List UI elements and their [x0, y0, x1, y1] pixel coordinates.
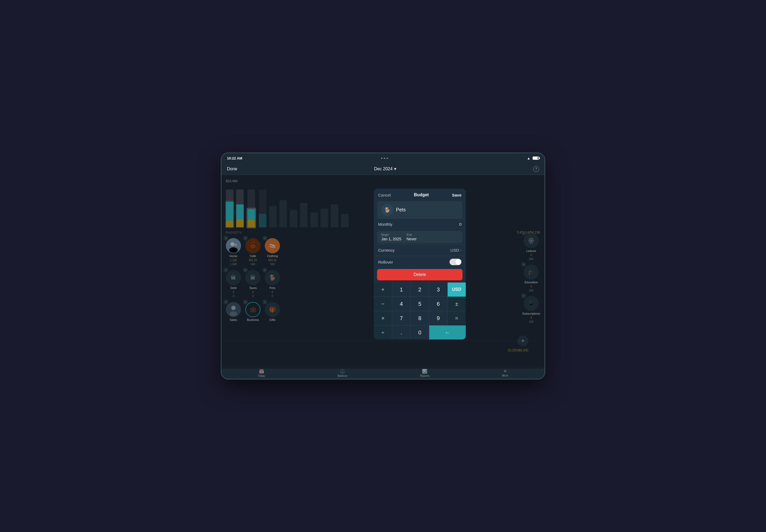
modal-currency-row[interactable]: Currency USD ›	[374, 244, 466, 256]
svg-text:🐕: 🐕	[385, 207, 391, 213]
modal-title: Budget	[414, 192, 429, 197]
calc-7[interactable]: 7	[392, 311, 410, 325]
modal-header: Cancel Budget Save	[374, 189, 466, 201]
calc-usd[interactable]: USD	[448, 282, 466, 297]
balance-icon: ⚖️	[340, 369, 345, 374]
modal-cancel-button[interactable]: Cancel	[378, 193, 391, 197]
reports-icon: 📊	[422, 369, 428, 374]
modal-monthly-row: Monthly 0	[374, 218, 466, 230]
calc-4[interactable]: 4	[392, 297, 410, 311]
battery-fill	[533, 157, 538, 159]
battery-icon	[533, 157, 539, 160]
status-time: 10:22 AM	[227, 156, 242, 160]
calc-0[interactable]: 0	[411, 325, 429, 340]
tab-reports-label: Reports	[420, 374, 430, 377]
tab-balance[interactable]: ⚖️ Balance	[337, 369, 347, 377]
help-icon: ?	[535, 167, 537, 171]
device-frame: 10:22 AM ▲ Done Dec 2024 ▾ ? $10,480	[221, 152, 545, 380]
modal-currency-label: Currency	[378, 248, 395, 252]
modal-category-row[interactable]: 🐕 Pets	[377, 201, 463, 218]
currency-value-text: USD	[450, 248, 459, 252]
toggle-thumb	[455, 259, 461, 265]
status-dots	[381, 158, 388, 159]
status-icons: ▲	[527, 156, 539, 160]
calc-plusminus[interactable]: ±	[448, 297, 466, 311]
tab-today[interactable]: 📅 Today	[258, 369, 265, 377]
modal-begin-label: Begin	[381, 233, 401, 236]
modal-end-group: End Never	[407, 233, 417, 241]
tab-bar: 📅 Today ⚖️ Balance 📊 Reports ≡ More	[221, 367, 545, 379]
modal-save-button[interactable]: Save	[452, 193, 462, 197]
modal-end-label: End	[407, 233, 417, 236]
tab-balance-label: Balance	[337, 374, 347, 377]
calendar-icon: 📅	[259, 369, 264, 374]
modal-begin-value[interactable]: Jan 1, 2025	[381, 237, 401, 241]
calc-grid: +123USD−456±×789=÷.0←	[374, 282, 466, 340]
calc-multiply[interactable]: ×	[374, 311, 392, 325]
month-label: Dec 2024	[374, 167, 393, 171]
calc-8[interactable]: 8	[411, 311, 429, 325]
calc-dot[interactable]: .	[392, 325, 410, 340]
tab-today-label: Today	[258, 374, 265, 377]
modal-category-icon: 🐕	[381, 204, 393, 216]
pets-modal-icon: 🐕	[382, 205, 392, 215]
calc-1[interactable]: 1	[392, 282, 410, 297]
modal-currency-value: USD ›	[450, 248, 462, 252]
modal-begin-group: Begin Jan 1, 2025	[381, 233, 401, 241]
chevron-down-icon: ▾	[394, 166, 396, 171]
chevron-right-icon: ›	[460, 248, 462, 252]
calc-plus[interactable]: +	[374, 282, 392, 297]
wifi-icon: ▲	[527, 156, 531, 160]
modal-end-value[interactable]: Never	[407, 237, 417, 241]
calc-minus[interactable]: −	[374, 297, 392, 311]
calc-5[interactable]: 5	[411, 297, 429, 311]
main-content: $10,480	[221, 175, 545, 368]
dot3	[387, 158, 388, 159]
calculator: +123USD−456±×789=÷.0←	[374, 282, 466, 340]
tab-more[interactable]: ≡ More	[502, 369, 508, 377]
month-selector[interactable]: Dec 2024 ▾	[374, 166, 397, 171]
calc-backspace[interactable]: ←	[429, 325, 466, 340]
calc-6[interactable]: 6	[429, 297, 448, 311]
budget-modal: Cancel Budget Save 🐕 Pets Monthly 0	[374, 189, 466, 340]
modal-frequency-label: Monthly	[378, 222, 393, 227]
tab-reports[interactable]: 📊 Reports	[420, 369, 430, 377]
dot1	[381, 158, 382, 159]
nav-bar: Done Dec 2024 ▾ ?	[221, 163, 545, 175]
done-button[interactable]: Done	[227, 167, 237, 171]
delete-button[interactable]: Delete	[377, 269, 463, 280]
help-button[interactable]: ?	[533, 166, 539, 172]
dot2	[384, 158, 385, 159]
modal-date-row: Begin Jan 1, 2025 End Never	[377, 231, 463, 243]
rollover-toggle[interactable]	[450, 259, 462, 265]
modal-rollover-row: Rollover	[374, 256, 466, 268]
status-bar: 10:22 AM ▲	[221, 153, 545, 163]
modal-frequency-value[interactable]: 0	[459, 222, 462, 227]
more-icon: ≡	[504, 369, 506, 374]
tab-more-label: More	[502, 374, 508, 377]
modal-category-name: Pets	[396, 207, 406, 213]
calc-divide[interactable]: ÷	[374, 325, 392, 340]
calc-9[interactable]: 9	[429, 311, 448, 325]
calc-2[interactable]: 2	[411, 282, 429, 297]
calc-3[interactable]: 3	[429, 282, 448, 297]
calc-equals[interactable]: =	[448, 311, 466, 325]
modal-rollover-label: Rollover	[378, 260, 393, 264]
